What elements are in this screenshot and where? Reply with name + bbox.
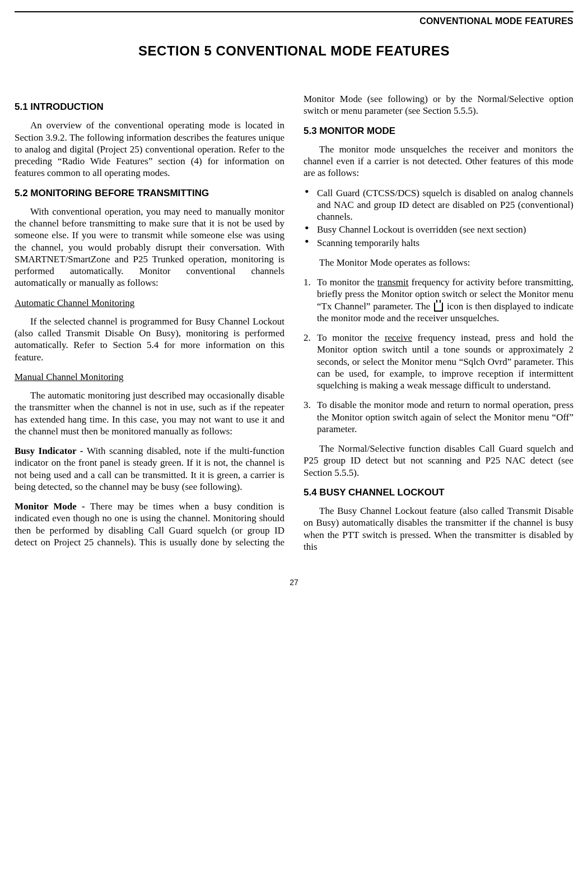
heading-5-1: 5.1 INTRODUCTION xyxy=(15,101,284,113)
two-column-body: 5.1 INTRODUCTION An overview of the conv… xyxy=(15,93,573,554)
paragraph: An overview of the conventional operatin… xyxy=(15,119,284,179)
paragraph: With conventional operation, you may nee… xyxy=(15,206,284,289)
run-in-label: Busy Indicator - xyxy=(15,446,87,456)
list-item: Scanning temporarily halts xyxy=(304,237,573,249)
paragraph: The Busy Channel Lockout feature (also c… xyxy=(304,505,573,553)
paragraph-busy-indicator: Busy Indicator - With scanning disabled,… xyxy=(15,445,284,493)
underlined-word: transmit xyxy=(377,277,409,288)
list-item: To monitor the receive frequency instead… xyxy=(304,332,573,391)
paragraph: The Normal/Selective function disables C… xyxy=(304,443,573,479)
body-text: To monitor the xyxy=(317,277,377,288)
subheading-manual-monitoring: Manual Channel Monitoring xyxy=(15,371,284,383)
monitor-icon xyxy=(434,303,443,312)
heading-5-2: 5.2 MONITORING BEFORE TRANSMITTING xyxy=(15,187,284,199)
underlined-word: receive xyxy=(385,332,412,343)
paragraph: The automatic monitoring just described … xyxy=(15,390,284,437)
bullet-list: Call Guard (CTCSS/DCS) squelch is disabl… xyxy=(304,187,573,249)
heading-5-4: 5.4 BUSY CHANNEL LOCKOUT xyxy=(304,486,573,498)
subheading-auto-monitoring: Automatic Channel Monitoring xyxy=(15,297,284,309)
body-text: To monitor the xyxy=(317,332,385,343)
run-in-label: Monitor Mode - xyxy=(15,501,90,512)
list-item: Call Guard (CTCSS/DCS) squelch is disabl… xyxy=(304,187,573,223)
paragraph: The Monitor Mode operates as follows: xyxy=(304,257,573,268)
list-item: Busy Channel Lockout is overridden (see … xyxy=(304,224,573,235)
heading-5-3: 5.3 MONITOR MODE xyxy=(304,125,573,137)
list-item: To disable the monitor mode and return t… xyxy=(304,399,573,435)
numbered-list: To monitor the transmit frequency for ac… xyxy=(304,276,573,435)
running-header: CONVENTIONAL MODE FEATURES xyxy=(15,11,573,27)
paragraph: If the selected channel is programmed fo… xyxy=(15,316,284,363)
section-title: SECTION 5 CONVENTIONAL MODE FEATURES xyxy=(15,43,573,59)
list-item: To monitor the transmit frequency for ac… xyxy=(304,276,573,324)
page-number: 27 xyxy=(15,578,573,588)
paragraph: The monitor mode unsquelches the receive… xyxy=(304,143,573,179)
